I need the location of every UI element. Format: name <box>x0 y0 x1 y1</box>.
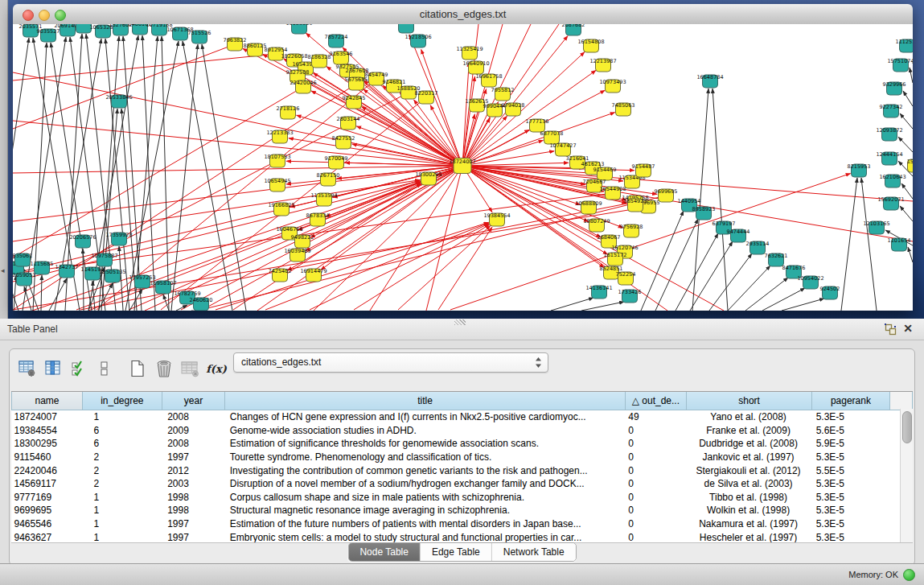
table-cell[interactable]: Estimation of significance thresholds fo… <box>225 437 626 451</box>
table-cell[interactable]: Changes of HCN gene expression and I(f) … <box>225 410 626 424</box>
table-cell[interactable]: Yano et al. (2008) <box>686 410 811 424</box>
table-row[interactable]: 946362711997Embryonic stem cells: a mode… <box>12 530 913 543</box>
table-cell[interactable]: 5.5E-5 <box>812 463 890 477</box>
column-header-year[interactable]: year <box>162 392 225 410</box>
table-cell[interactable]: 1997 <box>162 530 225 543</box>
table-cell[interactable]: 6 <box>83 424 162 438</box>
table-row[interactable]: 1830029562008Estimation of significance … <box>12 437 913 451</box>
table-cell[interactable]: Nakamura et al. (1997) <box>686 517 811 531</box>
table-cell[interactable]: Corpus callosum shape and size in male p… <box>225 491 626 505</box>
sidebar-collapse-grip[interactable]: ◂ <box>1 267 5 274</box>
table-cell[interactable]: 9463627 <box>12 530 83 543</box>
float-panel-icon[interactable] <box>884 323 897 336</box>
table-cell[interactable]: 18724007 <box>12 410 83 424</box>
table-cell[interactable]: 14569117 <box>12 477 83 491</box>
table-row[interactable]: 1456911722003Disruption of a novel membe… <box>12 477 913 491</box>
table-cell[interactable]: 0 <box>625 517 686 531</box>
table-cell[interactable]: Estimation of the future numbers of pati… <box>225 517 626 531</box>
table-cell[interactable]: 5.3E-5 <box>812 451 890 464</box>
table-cell[interactable]: 19384554 <box>12 424 83 438</box>
table-cell[interactable]: Hescheler et al. (1997) <box>686 530 811 543</box>
table-cell[interactable]: 5.3E-5 <box>812 491 890 505</box>
network-canvas[interactable]: 1872400720355719035527206914061685328106… <box>13 24 913 311</box>
delete-icon[interactable] <box>153 358 174 379</box>
table-cell[interactable]: Wolkin et al. (1998) <box>686 504 811 517</box>
import-table-icon[interactable] <box>179 358 199 379</box>
column-header-title[interactable]: title <box>225 392 626 410</box>
new-document-icon[interactable] <box>127 358 148 379</box>
table-cell[interactable]: 5.3E-5 <box>812 477 890 491</box>
table-row[interactable]: 977716911998Corpus callosum shape and si… <box>12 491 913 505</box>
table-cell[interactable]: 5.3E-5 <box>812 517 890 531</box>
table-scrollbar-thumb[interactable] <box>902 411 912 443</box>
table-cell[interactable]: 0 <box>625 477 686 491</box>
table-cell[interactable]: 2 <box>83 477 162 491</box>
network-window-titlebar[interactable]: citations_edges.txt <box>13 4 913 25</box>
column-header-name[interactable]: name <box>12 392 83 410</box>
table-cell[interactable]: Structural magnetic resonance image aver… <box>225 504 626 517</box>
tab-edge-table[interactable]: Edge Table <box>421 543 492 561</box>
table-cell[interactable]: Franke et al. (2009) <box>686 424 811 438</box>
show-columns-icon[interactable] <box>43 358 64 379</box>
table-cell[interactable]: 2008 <box>162 437 225 451</box>
table-cell[interactable]: 1 <box>83 410 162 424</box>
table-row[interactable]: 911546021997Tourette syndrome. Phenomeno… <box>12 451 913 464</box>
table-cell[interactable]: 1 <box>83 491 162 505</box>
table-cell[interactable]: 0 <box>625 424 686 438</box>
column-header-short[interactable]: short <box>686 392 811 410</box>
table-cell[interactable]: 5.3E-5 <box>812 410 890 424</box>
table-row[interactable]: 946554611997Estimation of the future num… <box>12 517 913 531</box>
function-icon[interactable]: f(x) <box>204 358 228 379</box>
table-cell[interactable]: 1998 <box>162 504 225 517</box>
table-cell[interactable]: 5.9E-5 <box>812 437 890 451</box>
table-cell[interactable]: 22420046 <box>12 463 83 477</box>
table-cell[interactable]: 0 <box>625 451 686 464</box>
table-cell[interactable]: 1 <box>83 530 162 543</box>
table-cell[interactable]: 1997 <box>162 517 225 531</box>
table-cell[interactable]: 5.6E-5 <box>812 424 890 438</box>
table-row[interactable]: 1872400712008Changes of HCN gene express… <box>12 410 913 424</box>
table-cell[interactable]: 49 <box>625 410 686 424</box>
table-cell[interactable]: 9115460 <box>12 451 83 464</box>
table-cell[interactable]: 0 <box>625 437 686 451</box>
table-cell[interactable]: Disruption of a novel member of a sodium… <box>225 477 626 491</box>
table-cell[interactable]: Stergiakouli et al. (2012) <box>686 463 811 477</box>
table-cell[interactable]: Investigating the contribution of common… <box>225 463 626 477</box>
table-cell[interactable]: Genome-wide association studies in ADHD. <box>225 424 626 438</box>
table-cell[interactable]: 0 <box>625 530 686 543</box>
table-cell[interactable]: 0 <box>625 504 686 517</box>
table-cell[interactable]: 9777169 <box>12 491 83 505</box>
table-cell[interactable]: 1 <box>83 504 162 517</box>
table-select-dropdown[interactable]: citations_edges.txt <box>233 352 548 373</box>
table-cell[interactable]: 1998 <box>162 491 225 505</box>
table-cell[interactable]: 2 <box>83 451 162 464</box>
table-cell[interactable]: 2003 <box>162 477 225 491</box>
table-cell[interactable]: 2008 <box>162 410 225 424</box>
close-panel-icon[interactable]: ✕ <box>901 322 914 335</box>
column-header-out_de[interactable]: △ out_de... <box>625 392 686 410</box>
select-all-icon[interactable] <box>68 358 89 379</box>
column-header-in_degree[interactable]: in_degree <box>83 392 162 410</box>
table-cell[interactable]: 5.3E-5 <box>812 530 890 543</box>
table-cell[interactable]: 0 <box>625 491 686 505</box>
table-cell[interactable]: 1 <box>83 517 162 531</box>
table-row[interactable]: 969969511998Structural magnetic resonanc… <box>12 504 913 517</box>
table-cell[interactable]: de Silva et al. (2003) <box>686 477 811 491</box>
table-cell[interactable]: Tibbo et al. (1998) <box>686 491 811 505</box>
table-cell[interactable]: Jankovic et al. (1997) <box>686 451 811 464</box>
table-cell[interactable]: 2 <box>83 463 162 477</box>
table-cell[interactable]: Embryonic stem cells: a model to study s… <box>225 530 626 543</box>
table-cell[interactable]: 2012 <box>162 463 225 477</box>
table-cell[interactable]: 5.3E-5 <box>812 504 890 517</box>
column-header-pagerank[interactable]: pagerank <box>812 392 890 410</box>
tab-node-table[interactable]: Node Table <box>348 543 421 561</box>
table-cell[interactable]: 9699695 <box>12 504 83 517</box>
table-row[interactable]: 2242004622012Investigating the contribut… <box>12 463 913 477</box>
table-cell[interactable]: 6 <box>83 437 162 451</box>
memory-ok-indicator[interactable] <box>903 569 915 581</box>
citation-network-graph[interactable]: 1872400720355719035527206914061685328106… <box>13 24 913 311</box>
table-cell[interactable]: 0 <box>625 463 686 477</box>
panel-splitter-grip[interactable] <box>454 319 466 325</box>
table-cell[interactable]: 18300295 <box>12 437 83 451</box>
table-cell[interactable]: 9465546 <box>12 517 83 531</box>
